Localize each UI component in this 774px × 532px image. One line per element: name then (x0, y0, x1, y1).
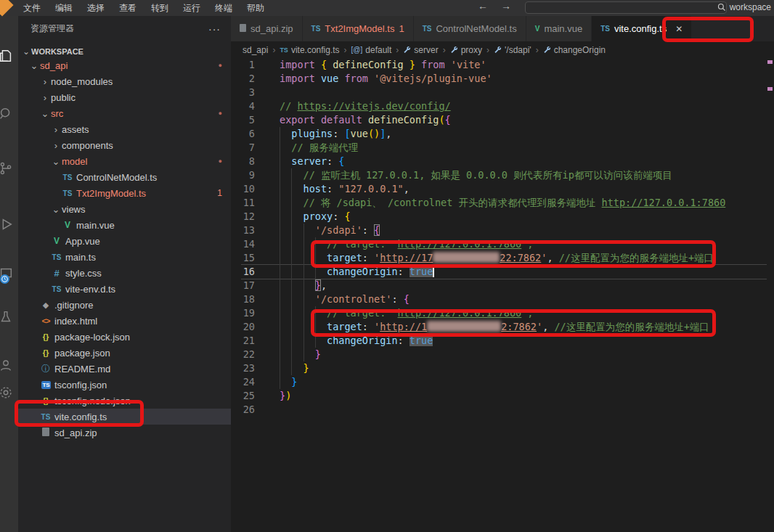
command-center-searchbox[interactable] (525, 1, 727, 14)
menu-item-转到[interactable]: 转到 (144, 0, 176, 17)
typescript-file-icon: TS (61, 189, 74, 197)
code-line-16[interactable]: 16changeOrigin: true (231, 265, 774, 279)
line-number: 6 (231, 127, 267, 141)
menu-item-帮助[interactable]: 帮助 (240, 0, 272, 17)
tree-item-README.md[interactable]: ⓘREADME.md (18, 361, 231, 377)
code-line-11[interactable]: 11// 将 /sdapi、 /controlnet 开头的请求都代理到服务端地… (231, 196, 774, 210)
breadcrumb-item-viteconfigts[interactable]: TSvite.config.ts (280, 45, 339, 55)
menu-item-编辑[interactable]: 编辑 (48, 0, 80, 17)
code-line-24[interactable]: 24} (231, 375, 774, 389)
test-icon[interactable] (0, 305, 18, 330)
tree-item-tsconfig.node.json[interactable]: {}tsconfig.node.json (18, 393, 231, 409)
tree-item-label: components (62, 140, 113, 151)
code-line-25[interactable]: 25}) (231, 389, 774, 403)
json-file-icon: {} (39, 396, 52, 405)
menu-item-查看[interactable]: 查看 (112, 0, 144, 17)
code-line-text: } (267, 361, 309, 375)
tab-main.vue[interactable]: Vmain.vue (526, 16, 592, 41)
tree-item-.gitignore[interactable]: ◆.gitignore (18, 297, 231, 313)
tree-item-label: model (62, 156, 87, 167)
tree-item-package-lock.json[interactable]: {}package-lock.json (18, 329, 231, 345)
code-line-17[interactable]: 17}, (231, 279, 774, 292)
run-debug-icon[interactable] (0, 212, 18, 237)
tree-item-ControlNetModel.ts[interactable]: TSControlNetModel.ts (18, 169, 231, 185)
tree-item-node_modules[interactable]: ›node_modules (18, 73, 231, 89)
tree-item-tsconfig.json[interactable]: TStsconfig.json (18, 377, 231, 393)
file-tree: ⌄sd_api●›node_modules›public⌄src●›assets… (18, 57, 231, 441)
code-line-12[interactable]: 12proxy: { (231, 210, 774, 224)
code-line-9[interactable]: 9// 监听主机 127.0.0.1, 如果是 0.0.0.0 则代表所有ip都… (231, 168, 774, 182)
breadcrumb-item-proxy[interactable]: proxy (450, 45, 482, 55)
tree-item-public[interactable]: ›public (18, 89, 231, 105)
code-line-2[interactable]: 2import vue from '@vitejs/plugin-vue' (231, 72, 774, 86)
tab-vite.config.ts[interactable]: TSvite.config.ts✕ (592, 16, 692, 41)
breadcrumb-item-server[interactable]: server (403, 45, 438, 55)
breadcrumb-item-default[interactable]: [@]default (351, 45, 392, 55)
code-line-4[interactable]: 4// https://vitejs.dev/config/ (231, 99, 774, 113)
tree-item-style.css[interactable]: #style.css (18, 265, 231, 281)
breadcrumb-item-changeOrigin[interactable]: changeOrigin (543, 45, 606, 55)
code-line-3[interactable]: 3 (231, 86, 774, 99)
breadcrumb-item-sdapi[interactable]: '/sdapi' (494, 45, 531, 55)
code-line-8[interactable]: 8server: { (231, 155, 774, 168)
tree-item-main.vue[interactable]: Vmain.vue (18, 217, 231, 233)
tab-sd_api.zip[interactable]: sd_api.zip (231, 16, 303, 41)
breadcrumb-label: proxy (461, 45, 482, 55)
code-line-text: import { defineConfig } from 'vite' (267, 58, 486, 72)
account-icon[interactable] (0, 353, 18, 377)
remote-clock-icon[interactable] (0, 261, 18, 286)
tree-item-components[interactable]: ›components (18, 137, 231, 153)
settings-gear-icon[interactable] (0, 380, 18, 405)
code-line-21[interactable]: 21changeOrigin: true (231, 334, 774, 348)
tree-item-model[interactable]: ⌄model● (18, 153, 231, 169)
source-control-icon[interactable] (0, 156, 18, 181)
code-line-18[interactable]: 18'/controlnet': { (231, 292, 774, 306)
menu-item-终端[interactable]: 终端 (208, 0, 240, 17)
tree-item-sd_api.zip[interactable]: sd_api.zip (18, 425, 231, 441)
symbol-property-wrench-icon (450, 46, 458, 54)
tab-ControlNetModel.ts[interactable]: TSControlNetModel.ts (414, 16, 526, 41)
menu-item-运行[interactable]: 运行 (176, 0, 208, 17)
code-line-26[interactable]: 26 (231, 403, 774, 417)
code-line-23[interactable]: 23} (231, 361, 774, 375)
menu-item-文件[interactable]: 文件 (16, 0, 48, 17)
tree-item-vite-env.d.ts[interactable]: TSvite-env.d.ts (18, 281, 231, 297)
code-line-1[interactable]: 1import { defineConfig } from 'vite' (231, 58, 774, 72)
code-editor[interactable]: 1import { defineConfig } from 'vite'2imp… (231, 58, 774, 417)
app-logo (0, 0, 14, 17)
code-line-15[interactable]: 15target: 'http://1722:7862', //这里配置为您的服… (231, 251, 774, 265)
breadcrumb-item-sdapi[interactable]: sd_api (243, 45, 268, 55)
code-line-10[interactable]: 10host: "127.0.0.1", (231, 182, 774, 196)
tree-item-Txt2ImgModel.ts[interactable]: TSTxt2ImgModel.ts1 (18, 185, 231, 201)
tree-item-main.ts[interactable]: TSmain.ts (18, 249, 231, 265)
explorer-more-actions-icon[interactable]: ··· (208, 23, 221, 35)
code-line-6[interactable]: 6plugins: [vue()], (231, 127, 774, 141)
code-line-20[interactable]: 20target: 'http://12:7862', //这里配置为您的服务端… (231, 320, 774, 334)
tree-item-src[interactable]: ⌄src● (18, 105, 231, 121)
code-line-text: // target: 'http://127.0.0.1:7860', (267, 237, 534, 251)
nav-back-icon[interactable]: ← (478, 0, 488, 12)
nav-forward-icon[interactable]: → (501, 0, 511, 12)
tree-item-label: public (51, 92, 76, 103)
line-number: 14 (231, 237, 267, 251)
tree-item-views[interactable]: ⌄views (18, 201, 231, 217)
code-line-19[interactable]: 19// target: 'http://127.0.0.1:7860', (231, 306, 774, 320)
workspace-search[interactable]: workspace (717, 2, 771, 12)
code-line-14[interactable]: 14// target: 'http://127.0.0.1:7860', (231, 237, 774, 251)
code-line-22[interactable]: 22} (231, 348, 774, 361)
code-line-5[interactable]: 5export default defineConfig({ (231, 113, 774, 127)
tree-item-package.json[interactable]: {}package.json (18, 345, 231, 361)
tree-item-sd_api[interactable]: ⌄sd_api● (18, 57, 231, 73)
tab-Txt2ImgModel.ts[interactable]: TSTxt2ImgModel.ts1 (303, 16, 414, 41)
tree-item-vite.config.ts[interactable]: TSvite.config.ts (18, 409, 231, 425)
tree-item-index.html[interactable]: <>index.html (18, 313, 231, 329)
explorer-icon[interactable] (0, 44, 18, 68)
tree-item-App.vue[interactable]: VApp.vue (18, 233, 231, 249)
search-icon[interactable] (0, 102, 18, 126)
tree-item-assets[interactable]: ›assets (18, 121, 231, 137)
code-line-13[interactable]: 13'/sdapi': { (231, 224, 774, 237)
workspace-section-label: WORKSPACE (31, 47, 83, 56)
menu-item-选择[interactable]: 选择 (80, 0, 112, 17)
close-icon[interactable]: ✕ (675, 24, 683, 34)
code-line-7[interactable]: 7// 服务端代理 (231, 141, 774, 155)
